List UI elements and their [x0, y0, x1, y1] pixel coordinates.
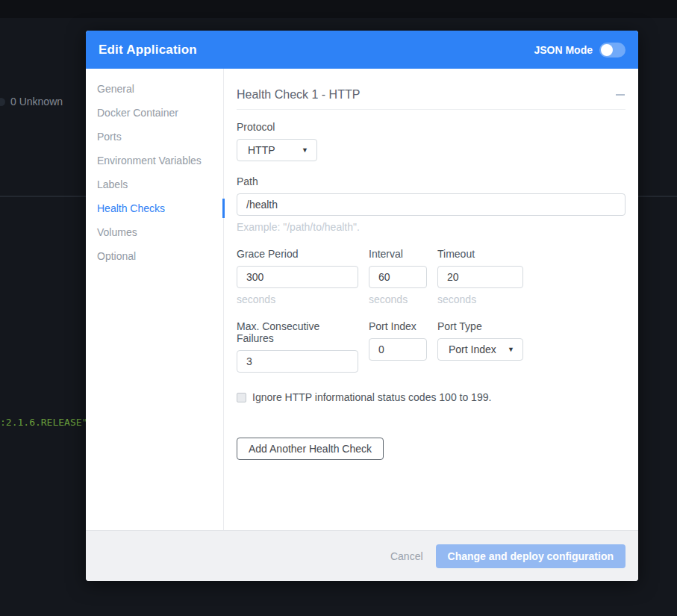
- sidebar-item-ports[interactable]: Ports: [86, 125, 223, 149]
- modal-header: Edit Application JSON Mode: [86, 31, 638, 69]
- port-index-input[interactable]: [369, 338, 427, 361]
- max-failures-input[interactable]: [237, 350, 358, 373]
- change-and-deploy-button[interactable]: Change and deploy configuration: [436, 544, 625, 568]
- timeout-input[interactable]: [437, 266, 523, 288]
- background-top-bar: [0, 0, 677, 18]
- grace-period-label: Grace Period: [237, 248, 358, 260]
- interval-input[interactable]: [369, 266, 427, 288]
- dropdown-arrow-icon: ▼: [508, 346, 514, 353]
- grace-period-help: seconds: [237, 293, 358, 305]
- status-unknown-count: 0 Unknown: [10, 96, 63, 108]
- toggle-knob: [601, 44, 613, 56]
- dropdown-arrow-icon: ▼: [302, 146, 308, 154]
- add-health-check-button[interactable]: Add Another Health Check: [237, 438, 384, 460]
- collapse-minus-icon[interactable]: [616, 94, 625, 96]
- modal-sidebar: General Docker Container Ports Environme…: [86, 69, 224, 530]
- code-text: :2.1.6.RELEASE": [0, 417, 87, 428]
- timing-fields-row: Grace Period seconds Interval seconds Ti…: [237, 248, 625, 305]
- path-help-text: Example: "/path/to/health".: [237, 221, 625, 233]
- sidebar-item-labels[interactable]: Labels: [86, 172, 223, 196]
- port-index-label: Port Index: [369, 320, 427, 332]
- port-type-select[interactable]: Port Index ▼: [437, 338, 523, 361]
- background-status: 0 Unknown: [0, 96, 63, 108]
- path-label: Path: [237, 175, 625, 187]
- ignore-http-checkbox-row[interactable]: Ignore HTTP informational status codes 1…: [237, 391, 625, 403]
- health-check-section-title: Health Check 1 - HTTP: [237, 88, 360, 102]
- modal-title: Edit Application: [99, 43, 197, 57]
- status-dot-icon: [0, 98, 5, 106]
- grace-period-input[interactable]: [237, 266, 358, 288]
- timeout-help: seconds: [437, 293, 523, 305]
- sidebar-item-optional[interactable]: Optional: [86, 244, 223, 268]
- edit-application-modal: Edit Application JSON Mode General Docke…: [86, 31, 638, 581]
- sidebar-item-environment-variables[interactable]: Environment Variables: [86, 149, 223, 172]
- port-type-select-value: Port Index: [449, 343, 496, 355]
- port-type-label: Port Type: [437, 320, 523, 332]
- health-check-section-header: Health Check 1 - HTTP: [237, 88, 625, 110]
- path-input[interactable]: [237, 193, 625, 216]
- max-failures-label: Max. Consecutive Failures: [237, 320, 358, 344]
- sidebar-item-volumes[interactable]: Volumes: [86, 220, 223, 244]
- timeout-label: Timeout: [437, 248, 523, 260]
- health-checks-panel: Health Check 1 - HTTP Protocol HTTP ▼ Pa…: [224, 69, 638, 530]
- port-fields-row: Max. Consecutive Failures Port Index Por…: [237, 320, 625, 373]
- json-mode-label: JSON Mode: [534, 44, 593, 56]
- interval-help: seconds: [369, 293, 427, 305]
- cancel-button[interactable]: Cancel: [390, 550, 423, 562]
- protocol-select-value: HTTP: [248, 144, 275, 156]
- sidebar-item-health-checks[interactable]: Health Checks: [86, 196, 223, 220]
- ignore-http-checkbox[interactable]: [237, 393, 246, 402]
- interval-label: Interval: [369, 248, 427, 260]
- modal-body: General Docker Container Ports Environme…: [86, 69, 638, 530]
- json-mode-toggle[interactable]: [599, 43, 625, 57]
- protocol-select[interactable]: HTTP ▼: [237, 139, 317, 161]
- background-code-snippet: :2.1.6.RELEASE",: [0, 417, 93, 428]
- ignore-http-checkbox-label: Ignore HTTP informational status codes 1…: [252, 391, 491, 403]
- sidebar-item-general[interactable]: General: [86, 77, 223, 101]
- json-mode-toggle-group[interactable]: JSON Mode: [534, 43, 625, 57]
- modal-footer: Cancel Change and deploy configuration: [86, 530, 638, 581]
- sidebar-item-docker-container[interactable]: Docker Container: [86, 101, 223, 125]
- protocol-label: Protocol: [237, 121, 625, 133]
